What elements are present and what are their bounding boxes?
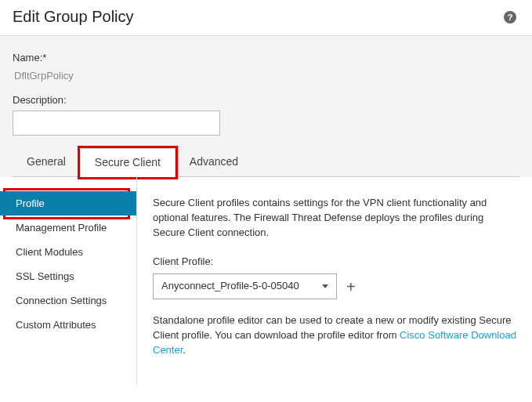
lower-panel: Profile Management Profile Client Module… <box>0 177 532 385</box>
client-profile-row: Anyconnect_Profile-5-0-05040 + <box>153 273 516 299</box>
sidebar-item-label: Client Modules <box>16 246 83 258</box>
client-profile-select[interactable]: Anyconnect_Profile-5-0-05040 <box>153 273 337 299</box>
standalone-text: Standalone profile editor can be used to… <box>153 313 516 358</box>
help-icon[interactable]: ? <box>504 11 516 24</box>
tab-advanced[interactable]: Advanced <box>176 148 252 176</box>
tab-label: Secure Client <box>95 156 161 168</box>
name-label: Name:* <box>13 52 519 63</box>
tab-label: Advanced <box>190 155 238 168</box>
tab-label: General <box>27 155 66 168</box>
name-field-group: Name:* DfltGrpPolicy <box>13 52 519 81</box>
tab-secure-client[interactable]: Secure Client <box>80 148 176 177</box>
sidebar-item-custom-attributes[interactable]: Custom Attributes <box>0 313 136 337</box>
sidebar-item-label: Profile <box>16 197 45 209</box>
description-field-group: Description: <box>13 94 519 136</box>
dialog-header: Edit Group Policy ? <box>0 0 532 36</box>
upper-panel: Name:* DfltGrpPolicy Description: Genera… <box>0 36 532 177</box>
chevron-down-icon <box>322 284 328 288</box>
dialog-title: Edit Group Policy <box>13 8 134 26</box>
sidebar-item-management-profile[interactable]: Management Profile <box>0 215 136 240</box>
intro-text: Secure Client profiles contains settings… <box>153 196 516 241</box>
standalone-suffix: . <box>183 344 186 356</box>
add-profile-button[interactable]: + <box>343 279 359 295</box>
sidebar-item-connection-settings[interactable]: Connection Settings <box>0 288 136 313</box>
content-pane: Secure Client profiles contains settings… <box>137 177 532 385</box>
tab-bar: General Secure Client Advanced <box>13 148 519 177</box>
sidebar-item-label: SSL Settings <box>16 270 74 282</box>
sidebar-item-ssl-settings[interactable]: SSL Settings <box>0 264 136 288</box>
client-profile-value: Anyconnect_Profile-5-0-05040 <box>161 279 299 294</box>
sidebar-item-profile[interactable]: Profile <box>0 191 136 215</box>
sidebar-item-label: Management Profile <box>16 222 107 234</box>
client-profile-label: Client Profile: <box>153 255 516 270</box>
sidebar-item-client-modules[interactable]: Client Modules <box>0 240 136 264</box>
sidebar-item-label: Connection Settings <box>16 295 107 306</box>
sidebar-item-label: Custom Attributes <box>16 319 96 331</box>
sidebar: Profile Management Profile Client Module… <box>0 177 137 385</box>
description-label: Description: <box>13 94 519 106</box>
name-value: DfltGrpPolicy <box>13 68 519 81</box>
description-input[interactable] <box>13 110 220 136</box>
tab-general[interactable]: General <box>13 148 80 176</box>
